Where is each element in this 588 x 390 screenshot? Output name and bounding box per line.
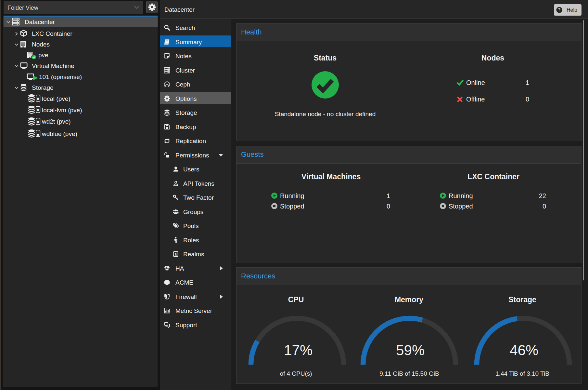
svg-text:?: ?: [558, 7, 561, 12]
